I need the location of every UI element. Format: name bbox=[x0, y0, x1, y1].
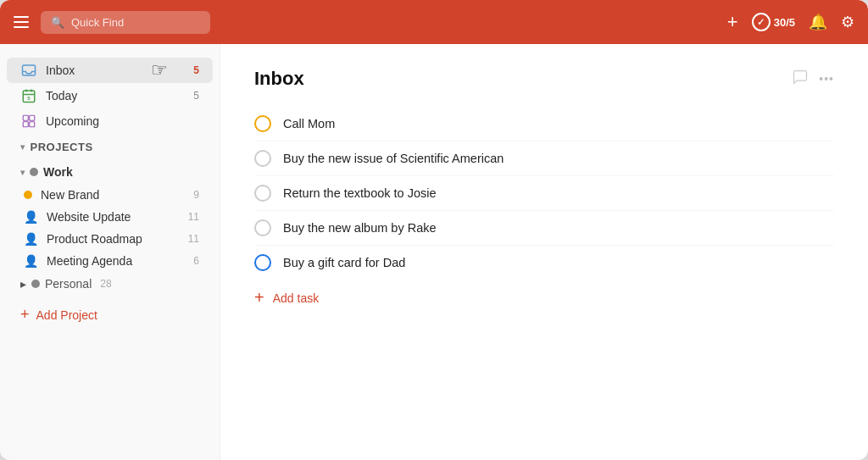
svg-rect-7 bbox=[30, 115, 35, 120]
svg-rect-9 bbox=[30, 122, 35, 127]
personal-count: 28 bbox=[100, 278, 111, 290]
projects-chevron-icon: ▾ bbox=[20, 142, 25, 152]
comment-button[interactable] bbox=[792, 69, 809, 90]
svg-rect-8 bbox=[23, 122, 28, 127]
task-checkbox-call-mom[interactable] bbox=[254, 115, 271, 132]
today-label: Today bbox=[46, 89, 185, 103]
task-item-scientific-american[interactable]: Buy the new issue of Scientific American bbox=[254, 141, 834, 176]
more-options-button[interactable]: ••• bbox=[819, 72, 834, 86]
upcoming-icon bbox=[20, 114, 37, 129]
task-item-textbook[interactable]: Return the textbook to Josie bbox=[254, 176, 834, 211]
meeting-agenda-count: 6 bbox=[193, 255, 199, 267]
product-roadmap-count: 11 bbox=[188, 233, 199, 245]
add-project-button[interactable]: + Add Project bbox=[7, 299, 213, 330]
meeting-agenda-icon: 👤 bbox=[24, 254, 38, 268]
page-title: Inbox bbox=[254, 68, 792, 90]
inbox-count: 5 bbox=[193, 64, 199, 76]
task-checkbox-album-rake[interactable] bbox=[254, 219, 271, 236]
sidebar-item-upcoming[interactable]: Upcoming bbox=[7, 108, 213, 134]
add-project-icon: + bbox=[20, 306, 30, 324]
karma-count: 30/5 bbox=[774, 16, 795, 29]
search-placeholder: Quick Find bbox=[71, 16, 124, 29]
task-list: Call Mom Buy the new issue of Scientific… bbox=[254, 107, 834, 280]
sidebar-item-today[interactable]: 5 Today 5 bbox=[7, 83, 213, 108]
work-chevron-icon: ▾ bbox=[20, 168, 25, 177]
svg-text:5: 5 bbox=[27, 96, 31, 101]
new-brand-label: New Brand bbox=[41, 188, 185, 202]
upcoming-label: Upcoming bbox=[46, 114, 199, 128]
main-layout: Inbox 5 ☞ 5 Today 5 bbox=[0, 44, 868, 460]
hamburger-menu-button[interactable] bbox=[14, 16, 31, 28]
inbox-label: Inbox bbox=[46, 64, 185, 77]
personal-dot bbox=[31, 280, 40, 288]
task-checkbox-textbook[interactable] bbox=[254, 185, 271, 202]
content-header: Inbox ••• bbox=[254, 68, 834, 90]
task-checkbox-gift-card[interactable] bbox=[254, 254, 271, 271]
website-update-label: Website Update bbox=[47, 210, 180, 224]
task-label-gift-card: Buy a gift card for Dad bbox=[283, 256, 405, 269]
notifications-button[interactable]: 🔔 bbox=[809, 13, 827, 31]
personal-chevron-icon: ▸ bbox=[20, 277, 26, 291]
karma-badge[interactable]: ✓ 30/5 bbox=[752, 13, 795, 31]
project-item-product-roadmap[interactable]: 👤 Product Roadmap 11 bbox=[7, 228, 213, 250]
settings-button[interactable]: ⚙ bbox=[841, 13, 854, 31]
karma-check-icon: ✓ bbox=[752, 13, 771, 31]
personal-project-header[interactable]: ▸ Personal 28 bbox=[7, 272, 213, 296]
project-item-meeting-agenda[interactable]: 👤 Meeting Agenda 6 bbox=[7, 250, 213, 272]
today-count: 5 bbox=[193, 90, 199, 102]
projects-header[interactable]: ▾ Projects bbox=[7, 134, 213, 160]
product-roadmap-icon: 👤 bbox=[24, 232, 38, 246]
task-label-textbook: Return the textbook to Josie bbox=[283, 186, 437, 200]
task-checkbox-scientific-american[interactable] bbox=[254, 150, 271, 167]
personal-label: Personal bbox=[45, 277, 92, 291]
task-label-album-rake: Buy the new album by Rake bbox=[283, 221, 437, 235]
task-item-call-mom[interactable]: Call Mom bbox=[254, 107, 834, 141]
work-project-header[interactable]: ▾ Work bbox=[7, 160, 213, 184]
work-dot bbox=[30, 168, 38, 176]
sidebar-item-inbox[interactable]: Inbox 5 ☞ bbox=[7, 58, 213, 83]
add-task-button[interactable]: + Add task bbox=[254, 280, 834, 316]
svg-rect-6 bbox=[23, 115, 28, 120]
add-project-label: Add Project bbox=[36, 308, 97, 322]
content-area: Inbox ••• Call Mom Buy bbox=[220, 44, 868, 460]
project-item-new-brand[interactable]: New Brand 9 bbox=[7, 184, 213, 206]
add-task-icon: + bbox=[254, 288, 264, 308]
add-task-label: Add task bbox=[273, 291, 319, 305]
task-label-call-mom: Call Mom bbox=[283, 117, 335, 130]
meeting-agenda-label: Meeting Agenda bbox=[47, 254, 185, 268]
website-update-icon: 👤 bbox=[24, 210, 38, 224]
work-label: Work bbox=[43, 165, 73, 179]
task-label-scientific-american: Buy the new issue of Scientific American bbox=[283, 152, 504, 165]
new-brand-dot bbox=[24, 191, 32, 199]
add-button[interactable]: + bbox=[727, 11, 738, 33]
task-item-album-rake[interactable]: Buy the new album by Rake bbox=[254, 211, 834, 246]
today-icon: 5 bbox=[20, 88, 37, 103]
search-bar[interactable]: 🔍 Quick Find bbox=[41, 11, 210, 34]
projects-label: Projects bbox=[31, 141, 93, 153]
product-roadmap-label: Product Roadmap bbox=[47, 232, 180, 246]
task-item-gift-card[interactable]: Buy a gift card for Dad bbox=[254, 246, 834, 280]
project-item-website-update[interactable]: 👤 Website Update 11 bbox=[7, 206, 213, 228]
app-window: 🔍 Quick Find + ✓ 30/5 🔔 ⚙ I bbox=[0, 0, 868, 460]
search-icon: 🔍 bbox=[51, 16, 64, 29]
new-brand-count: 9 bbox=[193, 189, 199, 201]
header-right: + ✓ 30/5 🔔 ⚙ bbox=[727, 11, 854, 33]
inbox-icon bbox=[20, 63, 37, 78]
content-actions: ••• bbox=[792, 69, 834, 90]
header: 🔍 Quick Find + ✓ 30/5 🔔 ⚙ bbox=[0, 0, 868, 44]
website-update-count: 11 bbox=[188, 211, 199, 223]
sidebar: Inbox 5 ☞ 5 Today 5 bbox=[0, 44, 220, 460]
